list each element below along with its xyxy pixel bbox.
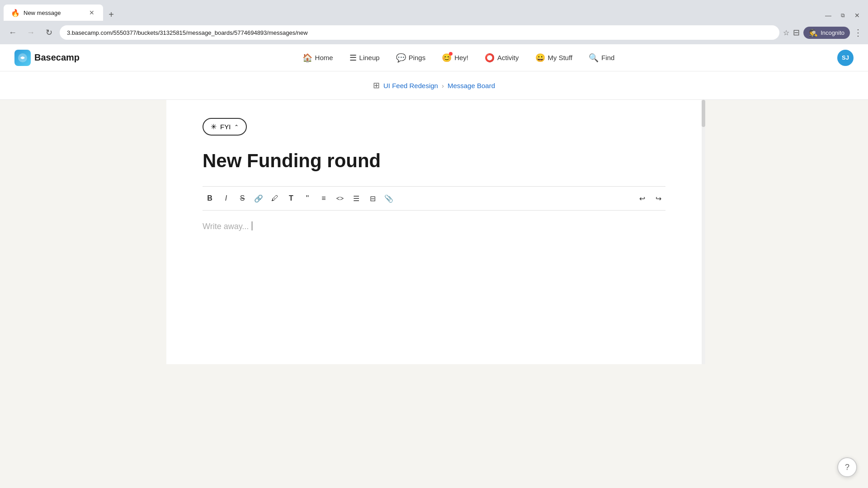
editor-panel: ✳ FYI ⌃ New Funding round B I S 🔗 🖊 T " …: [166, 100, 702, 364]
more-menu-icon[interactable]: ⋮: [854, 27, 863, 38]
numbered-list-button[interactable]: ⊟: [365, 191, 380, 206]
quote-button[interactable]: ": [300, 191, 315, 206]
nav-lineup[interactable]: ☰ Lineup: [342, 49, 387, 66]
minimize-icon[interactable]: —: [823, 10, 834, 21]
lineup-label: Lineup: [359, 54, 380, 61]
back-button[interactable]: ←: [5, 25, 20, 40]
find-label: Find: [601, 54, 614, 61]
category-selector[interactable]: ✳ FYI ⌃: [203, 118, 247, 136]
breadcrumb-separator: ›: [442, 82, 444, 89]
brand-name: Basecamp: [34, 52, 80, 63]
help-icon: ?: [845, 463, 849, 472]
url-text: 3.basecamp.com/5550377/buckets/31325815/…: [67, 29, 308, 36]
activity-label: Activity: [497, 54, 519, 61]
brand-icon: [14, 50, 31, 66]
link-button[interactable]: 🔗: [251, 191, 266, 206]
bold-button[interactable]: B: [203, 191, 217, 206]
home-label: Home: [315, 54, 333, 61]
right-scrollbar[interactable]: [702, 100, 705, 364]
message-title[interactable]: New Funding round: [203, 150, 665, 172]
lineup-icon: ☰: [349, 53, 357, 63]
breadcrumb-bar: ⊞ UI Feed Redesign › Message Board: [0, 71, 868, 100]
cursor-indicator: [252, 221, 252, 230]
nav-find[interactable]: 🔍 Find: [581, 49, 622, 66]
editor-body[interactable]: Write away...: [203, 211, 665, 346]
heading-button[interactable]: T: [284, 191, 298, 206]
brand[interactable]: Basecamp: [14, 50, 80, 66]
tab-bar: 🔥 New message ✕ + — ⧉ ✕: [0, 0, 868, 21]
hey-icon: 😊: [442, 53, 452, 63]
category-dropdown-icon: ⌃: [234, 124, 239, 130]
user-avatar[interactable]: SJ: [837, 50, 854, 66]
nav-links: 🏠 Home ☰ Lineup 💬 Pings 😊 Hey! ⭕ Activit…: [295, 49, 622, 66]
top-nav: Basecamp 🏠 Home ☰ Lineup 💬 Pings 😊 Hey!: [0, 44, 868, 71]
sidebar-icon[interactable]: ⊟: [793, 28, 800, 38]
activity-icon: ⭕: [485, 53, 495, 63]
editor-toolbar: B I S 🔗 🖊 T " ≡ <> ☰ ⊟ 📎 ↩ ↪: [203, 186, 665, 211]
find-icon: 🔍: [589, 53, 599, 63]
code-button[interactable]: <>: [333, 191, 347, 206]
bookmark-icon[interactable]: ☆: [783, 28, 789, 37]
align-button[interactable]: ≡: [316, 191, 331, 206]
tab-favicon: 🔥: [11, 9, 20, 17]
pings-icon: 💬: [396, 53, 406, 63]
mystuff-label: My Stuff: [548, 54, 573, 61]
redo-button[interactable]: ↪: [651, 191, 665, 206]
incognito-label: Incognito: [821, 29, 844, 36]
address-bar-row: ← → ↻ 3.basecamp.com/5550377/buckets/313…: [0, 21, 868, 44]
mystuff-icon: 😀: [535, 53, 545, 63]
active-tab[interactable]: 🔥 New message ✕: [4, 5, 103, 21]
hey-label: Hey!: [454, 54, 468, 61]
highlight-button[interactable]: 🖊: [268, 191, 282, 206]
help-button[interactable]: ?: [837, 457, 857, 477]
nav-home[interactable]: 🏠 Home: [295, 49, 340, 66]
italic-button[interactable]: I: [219, 191, 233, 206]
close-icon[interactable]: ✕: [852, 10, 863, 21]
nav-activity[interactable]: ⭕ Activity: [477, 49, 526, 66]
maximize-icon[interactable]: ⧉: [837, 10, 848, 21]
content-area: ⊞ UI Feed Redesign › Message Board ✳ FYI…: [0, 71, 868, 465]
reload-button[interactable]: ↻: [42, 25, 56, 40]
attachment-button[interactable]: 📎: [382, 191, 396, 206]
nav-pings[interactable]: 💬 Pings: [389, 49, 433, 66]
new-tab-button[interactable]: +: [105, 8, 118, 21]
tab-close-icon[interactable]: ✕: [88, 9, 96, 17]
home-icon: 🏠: [302, 53, 312, 63]
category-selector-icon: ✳: [211, 122, 217, 131]
bullet-list-button[interactable]: ☰: [349, 191, 363, 206]
category-selector-label: FYI: [220, 123, 231, 131]
nav-hey[interactable]: 😊 Hey!: [434, 49, 476, 66]
breadcrumb-project-link[interactable]: UI Feed Redesign: [383, 82, 438, 89]
address-input[interactable]: 3.basecamp.com/5550377/buckets/31325815/…: [60, 25, 779, 40]
pings-label: Pings: [409, 54, 426, 61]
tab-title: New message: [24, 9, 84, 16]
breadcrumb-project-icon: ⊞: [373, 80, 380, 90]
app: Basecamp 🏠 Home ☰ Lineup 💬 Pings 😊 Hey!: [0, 44, 868, 465]
editor-placeholder: Write away...: [203, 222, 249, 231]
breadcrumb-section-link[interactable]: Message Board: [448, 82, 495, 89]
nav-mystuff[interactable]: 😀 My Stuff: [528, 49, 580, 66]
incognito-badge: 🕵 Incognito: [803, 27, 850, 39]
browser-chrome: 🔥 New message ✕ + — ⧉ ✕ ← → ↻ 3.basecamp…: [0, 0, 868, 44]
strikethrough-button[interactable]: S: [235, 191, 250, 206]
incognito-icon: 🕵: [809, 28, 818, 37]
forward-button[interactable]: →: [24, 25, 38, 40]
undo-button[interactable]: ↩: [635, 191, 649, 206]
